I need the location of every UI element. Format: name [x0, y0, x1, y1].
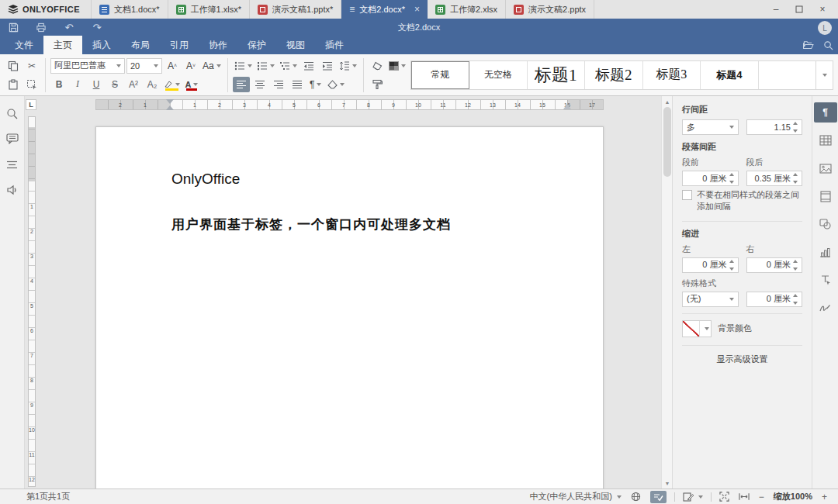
change-case-icon[interactable]: Aa	[201, 58, 223, 74]
align-justify-button[interactable]	[289, 77, 306, 92]
line-spacing-icon[interactable]	[338, 58, 358, 74]
menu-tab-collaboration[interactable]: 协作	[199, 36, 237, 54]
indent-right-spinner[interactable]: 0 厘米	[746, 257, 803, 273]
copy-style-icon[interactable]	[369, 77, 386, 92]
image-settings-icon[interactable]	[814, 158, 837, 178]
zoom-in-button[interactable]: +	[817, 489, 832, 504]
spinner-up-icon[interactable]	[793, 122, 798, 125]
scroll-up-icon[interactable]: ▲	[663, 97, 672, 106]
text-art-settings-icon[interactable]	[814, 270, 837, 290]
shape-settings-icon[interactable]	[814, 214, 837, 234]
language-selector[interactable]: 中文(中华人民共和国)	[525, 489, 626, 504]
vertical-scrollbar[interactable]: ▲ ▼	[661, 96, 672, 488]
highlight-color-button[interactable]	[162, 77, 182, 92]
menu-tab-references[interactable]: 引用	[160, 36, 199, 54]
show-advanced-settings-link[interactable]: 显示高级设置	[682, 354, 802, 365]
zoom-level-label[interactable]: 缩放100%	[769, 491, 817, 502]
tab-book2[interactable]: 工作簿2.xlsx	[428, 0, 506, 19]
find-icon[interactable]	[5, 105, 20, 121]
bullet-list-icon[interactable]	[233, 58, 254, 74]
undo-icon[interactable]: ↶	[62, 21, 76, 33]
copy-icon[interactable]	[5, 58, 22, 74]
increase-indent-icon[interactable]	[319, 58, 336, 74]
numbered-list-icon[interactable]	[255, 58, 276, 74]
style-heading4[interactable]: 标题4	[701, 61, 758, 89]
italic-button[interactable]: I	[69, 77, 86, 92]
menu-tab-file[interactable]: 文件	[5, 36, 43, 54]
increase-font-icon[interactable]: A˄	[164, 58, 181, 74]
scroll-down-icon[interactable]: ▼	[663, 478, 672, 488]
search-icon[interactable]	[818, 36, 838, 54]
print-icon[interactable]	[34, 21, 48, 33]
document-page[interactable]: OnlyOffice 用户界面基于标签，一个窗口内可处理多文档	[95, 126, 604, 488]
select-all-icon[interactable]	[23, 77, 40, 92]
bold-button[interactable]: B	[50, 77, 68, 92]
font-name-combobox[interactable]: 阿里巴巴普惠	[50, 58, 125, 74]
fit-page-icon[interactable]	[715, 489, 734, 504]
menu-tab-insert[interactable]: 插入	[82, 36, 121, 54]
spacing-before-spinner[interactable]: 0 厘米	[682, 171, 739, 186]
font-size-combobox[interactable]: 20	[126, 58, 162, 74]
superscript-button[interactable]: A²	[125, 77, 142, 92]
vertical-ruler[interactable]: 123456789101112	[28, 116, 36, 487]
signature-settings-icon[interactable]	[814, 298, 837, 318]
tab-stop-selector[interactable]: L	[26, 99, 36, 110]
strikethrough-button[interactable]: S	[106, 77, 123, 92]
show-formatting-marks-icon[interactable]: ¶	[307, 77, 324, 92]
right-indent-marker[interactable]	[563, 100, 571, 109]
style-normal[interactable]: 常规	[411, 61, 469, 89]
user-avatar[interactable]: L	[818, 21, 832, 35]
menu-tab-home[interactable]: 主页	[43, 36, 82, 54]
comments-icon[interactable]	[5, 131, 20, 147]
paragraph-shading-icon[interactable]	[326, 77, 346, 92]
tab-book1[interactable]: 工作簿1.xlsx*	[168, 0, 250, 19]
style-heading1[interactable]: 标题1	[528, 61, 585, 89]
scrollbar-thumb[interactable]	[663, 107, 671, 177]
align-left-button[interactable]	[233, 77, 250, 92]
clear-style-icon[interactable]	[369, 58, 386, 74]
maximize-button[interactable]	[788, 1, 810, 18]
document-text-line1[interactable]: OnlyOffice	[171, 171, 240, 188]
page-info[interactable]: 第1页共1页	[26, 491, 70, 502]
line-spacing-select[interactable]: 多	[682, 119, 739, 135]
special-format-spinner[interactable]: 0 厘米	[746, 292, 803, 307]
tab-pres1[interactable]: 演示文稿1.pptx*	[250, 0, 341, 19]
underline-button[interactable]: U	[88, 77, 105, 92]
subscript-button[interactable]: A₂	[144, 77, 161, 92]
redo-icon[interactable]: ↷	[90, 21, 104, 33]
close-window-button[interactable]: ×	[812, 1, 833, 18]
open-file-location-icon[interactable]	[798, 36, 818, 54]
chart-settings-icon[interactable]	[814, 242, 837, 262]
feedback-icon[interactable]	[5, 182, 20, 198]
table-settings-icon[interactable]	[814, 130, 837, 150]
color-scheme-icon[interactable]	[387, 58, 407, 74]
decrease-font-icon[interactable]: A˅	[182, 58, 199, 74]
tab-pres2[interactable]: 演示文稿2.pptx	[506, 0, 594, 19]
tab-close-icon[interactable]: ×	[414, 4, 420, 15]
track-changes-toggle[interactable]	[678, 489, 708, 504]
zoom-out-button[interactable]: −	[754, 489, 769, 504]
tab-menu-icon[interactable]: ≡	[349, 4, 355, 15]
align-right-button[interactable]	[270, 77, 287, 92]
minimize-button[interactable]: –	[765, 1, 787, 18]
menu-tab-view[interactable]: 视图	[276, 36, 315, 54]
spellcheck-toggle[interactable]	[646, 489, 671, 504]
special-format-select[interactable]: (无)	[682, 292, 739, 307]
paragraph-settings-icon[interactable]: ¶	[814, 102, 837, 123]
fit-width-icon[interactable]	[734, 489, 754, 504]
font-color-button[interactable]: A	[183, 77, 200, 92]
indent-left-spinner[interactable]: 0 厘米	[682, 257, 739, 273]
left-indent-marker[interactable]	[166, 102, 174, 110]
horizontal-ruler[interactable]: 21 1234567891011121314151617	[95, 99, 604, 110]
align-center-button[interactable]	[251, 77, 268, 92]
tab-doc1[interactable]: 文档1.docx*	[92, 0, 168, 19]
document-language-icon[interactable]	[626, 489, 646, 504]
style-heading3[interactable]: 标题3	[643, 61, 701, 89]
style-heading2[interactable]: 标题2	[585, 61, 642, 89]
spinner-down-icon[interactable]	[793, 129, 798, 133]
document-text-line2[interactable]: 用户界面基于标签，一个窗口内可处理多文档	[171, 216, 451, 233]
menu-tab-protection[interactable]: 保护	[237, 36, 276, 54]
no-space-between-checkbox[interactable]	[682, 190, 692, 200]
style-no-spacing[interactable]: 无空格	[469, 61, 527, 89]
cut-icon[interactable]: ✂	[23, 58, 40, 74]
